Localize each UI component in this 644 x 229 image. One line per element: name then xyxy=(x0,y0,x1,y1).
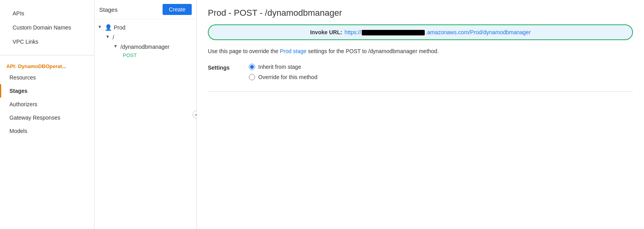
panel-collapse-button[interactable]: ◀ xyxy=(192,111,197,118)
settings-section: Settings Inherit from stage Override for… xyxy=(208,64,633,80)
sidebar-item-gateway-responses[interactable]: Gateway Responses xyxy=(0,111,94,124)
radio-inherit-input[interactable] xyxy=(249,64,255,70)
sidebar-item-custom-domain-names[interactable]: Custom Domain Names xyxy=(6,20,88,35)
stages-header: Stages Create xyxy=(94,0,196,19)
tree-item-dynamodbmanager-path[interactable]: ▼ /dynamodbmanager xyxy=(94,42,196,52)
invoke-url-suffix: .amazonaws.com/Prod/dynamodbmanager xyxy=(426,29,531,35)
sidebar-top-nav: APIs Custom Domain Names VPC Links xyxy=(0,0,94,52)
tree-label-dynamodbmanager-path: /dynamodbmanager xyxy=(120,44,170,50)
tree-item-prod[interactable]: ▼ 👤 Prod xyxy=(94,22,196,33)
prod-stage-link[interactable]: Prod stage xyxy=(280,48,307,54)
main-content: Prod - POST - /dynamodbmanager Invoke UR… xyxy=(197,0,644,229)
radio-group-settings: Inherit from stage Override for this met… xyxy=(249,64,317,80)
stages-panel: Stages Create ◀ ▼ 👤 Prod ▼ / ▼ /dynamodb… xyxy=(94,0,197,229)
radio-inherit-from-stage[interactable]: Inherit from stage xyxy=(249,64,317,70)
radio-override-label: Override for this method xyxy=(258,74,317,80)
api-label-prefix: API: xyxy=(6,63,18,69)
invoke-url-prefix: https:// xyxy=(344,29,361,35)
sidebar-item-authorizers[interactable]: Authorizers xyxy=(0,98,94,111)
create-button[interactable]: Create xyxy=(163,4,192,15)
collapse-icon-root: ▼ xyxy=(105,34,112,41)
invoke-url-banner: Invoke URL: https:// .amazonaws.com/Prod… xyxy=(208,24,633,40)
page-title: Prod - POST - /dynamodbmanager xyxy=(208,8,633,18)
tree-item-root-path[interactable]: ▼ / xyxy=(94,33,196,42)
radio-inherit-label: Inherit from stage xyxy=(258,64,301,70)
sidebar-item-resources[interactable]: Resources xyxy=(0,71,94,84)
stage-icon-prod: 👤 xyxy=(105,24,112,31)
api-name: DynamoDBOperat... xyxy=(18,63,67,69)
stages-tree: ▼ 👤 Prod ▼ / ▼ /dynamodbmanager POST xyxy=(94,19,196,63)
sidebar-divider xyxy=(0,55,94,55)
radio-override-input[interactable] xyxy=(249,74,255,80)
api-label: API: DynamoDBOperat... xyxy=(0,59,94,71)
settings-label: Settings xyxy=(208,64,239,71)
tree-item-post-method[interactable]: POST xyxy=(94,52,196,60)
description-text: Use this page to override the Prod stage… xyxy=(208,48,633,54)
invoke-url-redacted xyxy=(362,30,425,35)
sidebar-item-apis[interactable]: APIs xyxy=(6,6,88,20)
radio-override-for-method[interactable]: Override for this method xyxy=(249,74,317,80)
content-divider xyxy=(208,91,633,92)
collapse-icon-dynamodbmanager: ▼ xyxy=(113,44,120,50)
sidebar: APIs Custom Domain Names VPC Links API: … xyxy=(0,0,94,229)
sidebar-item-stages[interactable]: Stages xyxy=(0,84,94,98)
stages-title: Stages xyxy=(99,6,118,13)
invoke-url-label: Invoke URL: xyxy=(310,29,342,35)
invoke-url-value: https:// .amazonaws.com/Prod/dynamodbman… xyxy=(344,29,531,35)
tree-label-prod: Prod xyxy=(114,24,126,31)
tree-label-root-path: / xyxy=(113,34,114,41)
sidebar-api-nav: Resources Stages Authorizers Gateway Res… xyxy=(0,71,94,138)
sidebar-item-vpc-links[interactable]: VPC Links xyxy=(6,35,88,49)
collapse-icon-prod: ▼ xyxy=(98,24,104,31)
sidebar-item-models[interactable]: Models xyxy=(0,124,94,138)
